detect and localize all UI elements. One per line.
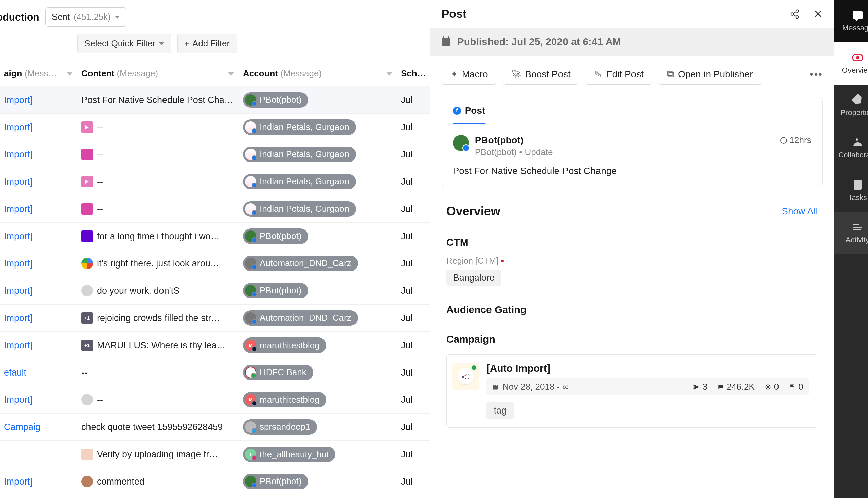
content-thumbnail (81, 121, 93, 133)
nav-properties[interactable]: Properties (834, 85, 868, 127)
scheduled-cell: Jul (397, 449, 424, 460)
account-avatar: M (245, 340, 256, 351)
table-row[interactable]: Import]Post For Native Schedule Post Cha… (0, 87, 430, 114)
campaign-link[interactable]: Import] (4, 176, 32, 187)
account-chip[interactable]: Mmaruthitestblog (243, 392, 326, 407)
table-header: aign (Mess… Content (Message) Account (M… (0, 61, 430, 87)
col-content[interactable]: Content (Message) (77, 61, 239, 86)
content-thumbnail (81, 285, 93, 297)
boost-button[interactable]: 🚀︎Boost Post (503, 64, 579, 85)
sent-dropdown[interactable]: Sent (451.25k) (45, 8, 126, 27)
post-text: Post For Native Schedule Post Change (453, 166, 812, 176)
scheduled-cell: Jul (397, 204, 424, 214)
account-avatar (245, 476, 256, 487)
table-row[interactable]: Import]+1MARULLUS: Where is thy lea…Mmar… (0, 332, 430, 359)
nav-collaborate[interactable]: Collaborate (834, 127, 868, 170)
nav-activity[interactable]: Activity (834, 212, 868, 254)
stat-send: 3 (693, 382, 707, 392)
campaign-name: [Auto Import] (486, 363, 809, 374)
campaign-link[interactable]: Import] (4, 476, 32, 487)
quick-filter-dropdown[interactable]: Select Quick Filter (77, 34, 171, 53)
nav-tasks[interactable]: Tasks (834, 170, 868, 212)
table-row[interactable]: Import]+1rejoicing crowds filled the str… (0, 304, 430, 332)
account-chip[interactable]: sprsandeep1 (243, 419, 317, 435)
table-row[interactable]: Import]do your work. don'tSPBot(pbot)Jul (0, 277, 430, 304)
post-tab[interactable]: f Post (453, 105, 485, 124)
account-chip[interactable]: PBot(pbot) (243, 474, 308, 489)
table-row[interactable]: Import]--Indian Petals, GurgaonJul (0, 196, 430, 223)
add-filter-button[interactable]: + Add Filter (177, 34, 237, 53)
share-icon[interactable] (790, 9, 800, 19)
account-chip[interactable]: PBot(pbot) (243, 283, 308, 299)
table-row[interactable]: Campaigcheck quote tweet 1595592628459sp… (0, 414, 430, 441)
campaign-link[interactable]: Import] (4, 286, 32, 296)
account-chip[interactable]: PBot(pbot) (243, 92, 308, 108)
col-campaign[interactable]: aign (Mess… (0, 61, 77, 86)
campaign-link[interactable]: Import] (4, 395, 32, 405)
account-avatar (245, 176, 256, 187)
campaign-link[interactable]: Import] (4, 95, 32, 105)
account-avatar (245, 421, 256, 433)
account-chip[interactable]: PBot(pbot) (243, 228, 308, 244)
table-row[interactable]: Import]--MmaruthitestblogJul (0, 386, 430, 414)
table-row[interactable]: Import]--Indian Petals, GurgaonJul (0, 168, 430, 196)
account-chip[interactable]: Automation_DND_Carz (243, 310, 358, 326)
account-chip[interactable]: Indian Petals, Gurgaon (243, 174, 356, 189)
account-chip[interactable]: HDFC Bank (243, 365, 313, 380)
account-chip[interactable]: Automation_DND_Carz (243, 256, 358, 271)
pencil-icon: ✎ (594, 69, 602, 80)
content-thumbnail (81, 394, 93, 405)
table-row[interactable]: Import]--Indian Petals, GurgaonJul (0, 114, 430, 141)
campaign-link[interactable]: efault (4, 367, 26, 378)
network-badge-icon (252, 101, 257, 106)
campaign-link[interactable]: Import] (4, 313, 32, 323)
account-chip[interactable]: Indian Petals, Gurgaon (243, 147, 356, 162)
stat-flag: 0 (789, 382, 803, 392)
rocket-icon: 🚀︎ (511, 69, 521, 80)
campaign-date: Nov 28, 2018 - ∞ (503, 382, 569, 392)
table-row[interactable]: efault--HDFC BankJul (0, 359, 430, 386)
account-chip[interactable]: Tthe_allbeauty_hut (243, 446, 335, 462)
macro-button[interactable]: ✦Macro (442, 64, 497, 85)
table-row[interactable]: Import]it's right there. just look arou…… (0, 250, 430, 277)
open-publisher-button[interactable]: ⧉Open in Publisher (659, 64, 761, 85)
right-nav: Message Overview Properties Collaborate … (834, 0, 868, 498)
scheduled-cell: Jul (397, 95, 424, 105)
svg-line-3 (793, 12, 796, 13)
svg-rect-7 (496, 384, 497, 385)
campaign-link[interactable]: Import] (4, 259, 32, 268)
nav-message[interactable]: Message (834, 0, 868, 42)
account-chip[interactable]: Mmaruthitestblog (243, 338, 326, 353)
table-row[interactable]: Import]--Indian Petals, GurgaonJul (0, 141, 430, 168)
col-account[interactable]: Account (Message) (239, 61, 397, 86)
table-row[interactable]: Verify by uploading image fr…Tthe_allbea… (0, 441, 430, 468)
close-icon[interactable]: ✕ (813, 9, 823, 20)
show-all-link[interactable]: Show All (782, 206, 817, 217)
campaign-link[interactable]: Import] (4, 204, 32, 214)
table-row[interactable]: Import]for a long time i thought i wo…PB… (0, 223, 430, 250)
content-text: -- (97, 204, 235, 214)
region-chip[interactable]: Bangalore (446, 270, 501, 286)
ctm-title: CTM (446, 237, 818, 248)
campaign-link[interactable]: Import] (4, 149, 32, 159)
network-badge-icon (252, 455, 257, 461)
campaign-link[interactable]: Import] (4, 340, 32, 350)
col-scheduled[interactable]: Sch… (397, 61, 430, 86)
tag-chip[interactable]: tag (486, 402, 514, 419)
content-thumbnail: +1 (81, 340, 93, 351)
nav-overview[interactable]: Overview (834, 42, 868, 85)
content-thumbnail (81, 476, 93, 487)
edit-button[interactable]: ✎Edit Post (586, 64, 652, 85)
campaign-link[interactable]: Import] (4, 122, 32, 132)
campaign-link[interactable]: Import] (4, 231, 32, 241)
content-text: -- (97, 395, 235, 405)
account-chip[interactable]: Indian Petals, Gurgaon (243, 201, 356, 217)
campaign-card[interactable]: 📣︎ [Auto Import] Nov 28, 2018 - ∞ 3 246.… (446, 354, 818, 428)
campaign-link[interactable]: Campaig (4, 422, 40, 432)
more-icon[interactable]: ••• (810, 69, 823, 80)
svg-rect-5 (493, 385, 497, 389)
calendar-icon (492, 384, 498, 390)
account-chip[interactable]: Indian Petals, Gurgaon (243, 119, 356, 135)
table-row[interactable]: Import]commentedPBot(pbot)Jul (0, 468, 430, 495)
account-avatar (245, 149, 256, 160)
